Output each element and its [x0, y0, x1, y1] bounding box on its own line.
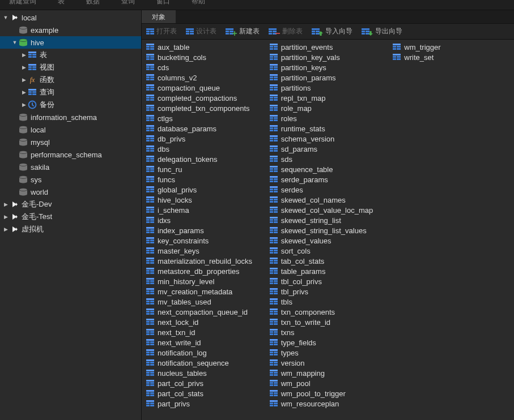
table-item[interactable]: i_schema [144, 205, 267, 215]
tree-node-world[interactable]: world [0, 186, 141, 198]
table-item[interactable]: cds [144, 62, 267, 72]
table-item[interactable]: partition_events [267, 42, 391, 52]
import-wizard-button[interactable]: 导入向导 [312, 27, 352, 36]
table-item[interactable]: idxs [144, 215, 267, 225]
table-item[interactable]: global_privs [144, 185, 267, 195]
table-item[interactable]: tbl_privs [267, 286, 391, 297]
table-item[interactable]: dbs [144, 144, 267, 154]
table-item[interactable]: txns [267, 327, 391, 337]
table-item[interactable]: notification_sequence [144, 358, 267, 368]
table-item[interactable]: txn_to_write_id [267, 317, 391, 327]
table-item[interactable]: funcs [144, 174, 267, 185]
table-item[interactable]: database_params [144, 123, 267, 134]
menu-item[interactable]: 数据 [86, 0, 100, 6]
menu-item[interactable]: 新建查询 [9, 0, 36, 6]
table-item[interactable]: next_write_id [144, 337, 267, 348]
table-item[interactable]: master_keys [144, 246, 267, 256]
tree-node-虚拟机[interactable]: ▶虚拟机 [0, 223, 141, 235]
table-item[interactable]: columns_v2 [144, 72, 267, 83]
table-item[interactable]: mv_tables_used [144, 297, 267, 307]
table-item[interactable]: skewed_string_list [267, 215, 391, 225]
table-item[interactable]: partition_keys [267, 62, 391, 72]
table-item[interactable]: metastore_db_properties [144, 266, 267, 276]
open-table-button[interactable]: 打开表 [146, 27, 177, 36]
table-item[interactable]: min_history_level [144, 276, 267, 286]
table-item[interactable]: completed_txn_components [144, 103, 267, 113]
table-item[interactable]: serdes [267, 185, 391, 195]
table-item[interactable]: tab_col_stats [267, 256, 391, 266]
menu-item[interactable]: 表 [58, 0, 65, 6]
menu-item[interactable]: 帮助 [192, 0, 205, 6]
table-item[interactable]: version [267, 358, 391, 368]
table-item[interactable]: schema_version [267, 134, 391, 144]
tree-node-金毛-Dev[interactable]: ▶金毛-Dev [0, 198, 141, 211]
table-item[interactable]: index_params [144, 225, 267, 235]
tree-node-sys[interactable]: sys [0, 173, 141, 186]
table-item[interactable]: key_constraints [144, 235, 267, 246]
table-item[interactable]: tbls [267, 297, 391, 307]
table-item[interactable]: sort_cols [267, 246, 391, 256]
table-item[interactable]: tbl_col_privs [267, 276, 391, 286]
tree-node-performance_schema[interactable]: performance_schema [0, 148, 141, 161]
tree-node-查询[interactable]: ▶查询 [0, 86, 141, 98]
table-item[interactable]: compaction_queue [144, 83, 267, 93]
menu-item[interactable]: 查询 [121, 0, 135, 6]
table-item[interactable]: delegation_tokens [144, 154, 267, 164]
table-item[interactable]: hive_locks [144, 195, 267, 205]
table-item[interactable]: func_ru [144, 164, 267, 174]
table-item[interactable]: repl_txn_map [267, 93, 391, 103]
table-item[interactable]: part_col_privs [144, 378, 267, 388]
table-item[interactable]: partition_params [267, 72, 391, 83]
menu-item[interactable]: 窗口 [156, 0, 170, 6]
table-item[interactable]: partitions [267, 83, 391, 93]
table-item[interactable]: nucleus_tables [144, 368, 267, 378]
tree-node-local[interactable]: local [0, 123, 141, 136]
design-table-button[interactable]: 设计表 [186, 27, 216, 36]
table-item[interactable]: sd_params [267, 144, 391, 154]
table-item[interactable]: skewed_col_names [267, 195, 391, 205]
tree-node-hive[interactable]: ▼ hive [0, 36, 141, 49]
tree-node-视图[interactable]: ▶视图 [0, 61, 141, 74]
table-item[interactable]: wm_mapping [267, 368, 391, 378]
table-item[interactable]: table_params [267, 266, 391, 276]
table-item[interactable]: sequence_table [267, 164, 391, 174]
table-item[interactable]: types [267, 348, 391, 358]
tree-node-example[interactable]: example [0, 24, 141, 36]
table-item[interactable]: wm_pool [267, 378, 391, 388]
table-item[interactable]: next_compaction_queue_id [144, 307, 267, 317]
table-item[interactable]: mv_creation_metadata [144, 286, 267, 297]
table-item[interactable]: completed_compactions [144, 93, 267, 103]
table-item[interactable]: skewed_values [267, 235, 391, 246]
export-wizard-button[interactable]: 导出向导 [362, 27, 402, 36]
table-item[interactable]: materialization_rebuild_locks [144, 256, 267, 266]
tree-node-local[interactable]: ▼local [0, 11, 141, 24]
tree-node-mysql[interactable]: mysql [0, 136, 141, 148]
table-item[interactable]: next_lock_id [144, 317, 267, 327]
table-item[interactable]: roles [267, 113, 391, 123]
table-item[interactable]: part_col_stats [144, 388, 267, 398]
tree-node-information_schema[interactable]: information_schema [0, 111, 141, 123]
table-item[interactable]: next_txn_id [144, 327, 267, 337]
table-item[interactable]: wm_resourceplan [267, 398, 391, 409]
table-item[interactable]: serde_params [267, 174, 391, 185]
tree-node-表[interactable]: ▶表 [0, 49, 141, 61]
table-item[interactable]: partition_key_vals [267, 52, 391, 62]
table-item[interactable]: wm_pool_to_trigger [267, 388, 391, 398]
tree-node-备份[interactable]: ▶备份 [0, 98, 141, 111]
table-item[interactable]: ctlgs [144, 113, 267, 123]
table-item[interactable]: role_map [267, 103, 391, 113]
tree-node-函数[interactable]: ▶fx函数 [0, 74, 141, 86]
table-item[interactable]: notification_log [144, 348, 267, 358]
new-table-button[interactable]: 新建表 [226, 27, 260, 36]
tab-objects[interactable]: 对象 [142, 10, 176, 23]
table-item[interactable]: aux_table [144, 42, 267, 52]
table-item[interactable]: txn_components [267, 307, 391, 317]
table-item[interactable]: write_set [390, 52, 514, 62]
table-item[interactable]: skewed_col_value_loc_map [267, 205, 391, 215]
table-item[interactable]: skewed_string_list_values [267, 225, 391, 235]
table-item[interactable]: runtime_stats [267, 123, 391, 134]
delete-table-button[interactable]: 删除表 [269, 27, 303, 36]
table-item[interactable]: db_privs [144, 134, 267, 144]
table-item[interactable]: bucketing_cols [144, 52, 267, 62]
tree-node-金毛-Test[interactable]: ▶金毛-Test [0, 211, 141, 223]
